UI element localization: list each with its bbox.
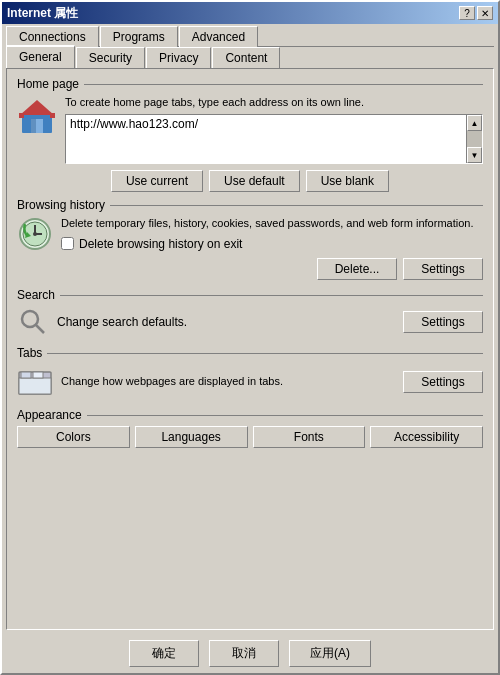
delete-history-label: Delete browsing history on exit — [79, 237, 242, 251]
delete-settings-buttons: Delete... Settings — [17, 258, 483, 280]
scroll-up-btn[interactable]: ▲ — [467, 115, 482, 131]
clock-icon — [17, 216, 53, 252]
bottom-bar: 确定 取消 应用(A) — [2, 634, 498, 673]
help-button[interactable]: ? — [459, 6, 475, 20]
svg-point-12 — [22, 311, 38, 327]
tab-security[interactable]: Security — [76, 47, 145, 68]
tabs-settings-button[interactable]: Settings — [403, 371, 483, 393]
svg-rect-3 — [31, 119, 36, 133]
search-content: Change search defaults. Settings — [17, 306, 483, 338]
delete-history-checkbox-row: Delete browsing history on exit — [61, 237, 473, 251]
appearance-buttons: Colors Languages Fonts Accessibility — [17, 426, 483, 448]
use-current-button[interactable]: Use current — [111, 170, 203, 192]
svg-rect-4 — [19, 113, 24, 118]
search-icon-wrap — [17, 306, 49, 338]
home-page-right: To create home page tabs, type each addr… — [65, 95, 483, 164]
svg-line-13 — [36, 325, 44, 333]
cancel-button[interactable]: 取消 — [209, 640, 279, 667]
url-scrollbar: ▲ ▼ — [466, 115, 482, 163]
home-page-label: Home page — [17, 77, 483, 91]
appearance-label: Appearance — [17, 408, 483, 422]
house-icon — [17, 95, 57, 135]
top-tab-row: Connections Programs Advanced General Se… — [2, 24, 498, 68]
search-section: Search Change search defaults. Settings — [17, 288, 483, 338]
fonts-button[interactable]: Fonts — [253, 426, 366, 448]
tab-content[interactable]: Content — [212, 47, 280, 68]
title-bar-buttons: ? ✕ — [459, 6, 493, 20]
window-title: Internet 属性 — [7, 5, 78, 22]
home-page-buttons: Use current Use default Use blank — [17, 170, 483, 192]
accessibility-button[interactable]: Accessibility — [370, 426, 483, 448]
tab-privacy[interactable]: Privacy — [146, 47, 211, 68]
apply-button[interactable]: 应用(A) — [289, 640, 371, 667]
bottom-tab-row: General Security Privacy Content — [6, 46, 494, 68]
tabs-icon — [17, 364, 53, 400]
home-page-section: Home page To create home page tabs, type… — [17, 77, 483, 192]
home-page-description: To create home page tabs, type each addr… — [65, 95, 483, 110]
tabs-icon-wrap — [17, 364, 53, 400]
svg-rect-5 — [50, 113, 55, 118]
delete-history-checkbox[interactable] — [61, 237, 74, 250]
title-bar: Internet 属性 ? ✕ — [2, 2, 498, 24]
browsing-history-label: Browsing history — [17, 198, 483, 212]
url-value: http://www.hao123.com/ — [66, 115, 482, 133]
browsing-history-text: Delete temporary files, history, cookies… — [61, 216, 473, 255]
main-content: Home page To create home page tabs, type… — [6, 68, 494, 630]
url-box: http://www.hao123.com/ ▲ ▼ — [65, 114, 483, 164]
ok-button[interactable]: 确定 — [129, 640, 199, 667]
browsing-settings-button[interactable]: Settings — [403, 258, 483, 280]
tabs-content: Change how webpages are displayed in tab… — [17, 364, 483, 400]
svg-rect-15 — [19, 378, 51, 394]
tab-advanced[interactable]: Advanced — [179, 26, 258, 47]
browsing-history-section: Browsing history Delete temporary files,… — [17, 198, 483, 279]
tabs-description: Change how webpages are displayed in tab… — [61, 374, 395, 389]
svg-point-10 — [33, 232, 37, 236]
appearance-section: Appearance Colors Languages Fonts Access… — [17, 408, 483, 448]
scroll-down-btn[interactable]: ▼ — [467, 147, 482, 163]
delete-button[interactable]: Delete... — [317, 258, 397, 280]
browsing-description: Delete temporary files, history, cookies… — [61, 216, 473, 231]
use-default-button[interactable]: Use default — [209, 170, 300, 192]
colors-button[interactable]: Colors — [17, 426, 130, 448]
languages-button[interactable]: Languages — [135, 426, 248, 448]
svg-rect-16 — [21, 372, 31, 378]
use-blank-button[interactable]: Use blank — [306, 170, 389, 192]
browsing-history-content: Delete temporary files, history, cookies… — [17, 216, 483, 255]
search-settings-button[interactable]: Settings — [403, 311, 483, 333]
search-label: Search — [17, 288, 483, 302]
tab-programs[interactable]: Programs — [100, 26, 178, 47]
svg-rect-17 — [33, 372, 43, 378]
internet-properties-window: Internet 属性 ? ✕ Connections Programs Adv… — [0, 0, 500, 675]
search-icon — [19, 308, 47, 336]
tab-general[interactable]: General — [6, 45, 75, 68]
tabs-section-label: Tabs — [17, 346, 483, 360]
svg-marker-1 — [20, 100, 54, 115]
top-tabs: Connections Programs Advanced — [6, 26, 494, 47]
search-description: Change search defaults. — [57, 315, 187, 329]
tab-connections[interactable]: Connections — [6, 26, 99, 47]
home-page-content: To create home page tabs, type each addr… — [17, 95, 483, 164]
tabs-section: Tabs Change how webpages are displayed i… — [17, 346, 483, 400]
close-button[interactable]: ✕ — [477, 6, 493, 20]
scroll-track — [467, 131, 482, 147]
